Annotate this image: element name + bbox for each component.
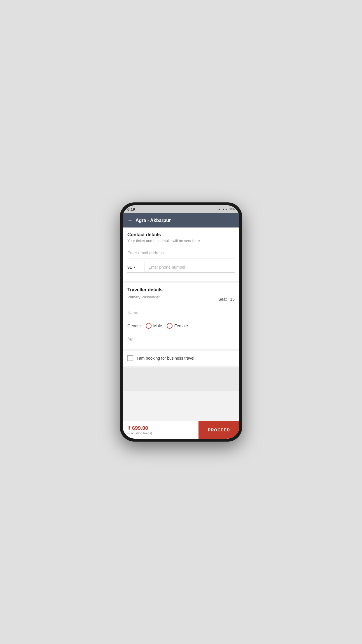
contact-details-title: Contact details xyxy=(127,232,235,237)
traveller-details-section: Traveller details Primary Passenger Seat… xyxy=(123,283,239,349)
proceed-button[interactable]: PROCEED xyxy=(198,421,239,439)
male-label: Male xyxy=(153,323,162,328)
nav-bar: ← Agra - Akbarpur xyxy=(123,213,239,228)
status-time: 6:19 xyxy=(127,207,135,211)
signal-icon: ▲▲ xyxy=(222,208,228,211)
back-button[interactable]: ← xyxy=(127,217,133,223)
bottom-bar: ₹ 699.00 (Excluding taxes) PROCEED xyxy=(123,421,239,439)
female-radio-option[interactable]: Female xyxy=(167,323,188,329)
phone-input[interactable] xyxy=(148,262,235,272)
status-bar: 6:19 ▲ ▲▲ 60% xyxy=(123,205,239,213)
contact-details-subtitle: Your ticket and bus details will be sent… xyxy=(127,239,235,243)
male-radio-option[interactable]: Male xyxy=(146,323,162,329)
age-input[interactable] xyxy=(127,333,235,344)
seat-label: Seat xyxy=(218,297,227,302)
gender-label: Gender xyxy=(127,323,141,328)
battery-label: 60% xyxy=(229,208,235,211)
dropdown-arrow-icon: ▼ xyxy=(133,266,136,269)
country-code-value: 91 xyxy=(127,265,132,270)
price-amount: ₹ 699.00 xyxy=(127,425,194,431)
status-icons: ▲ ▲▲ 60% xyxy=(218,208,235,211)
country-code-selector[interactable]: 91 ▼ xyxy=(127,262,145,272)
price-section: ₹ 699.00 (Excluding taxes) xyxy=(123,421,198,439)
contact-details-section: Contact details Your ticket and bus deta… xyxy=(123,228,239,281)
filler-area xyxy=(123,368,239,391)
passenger-label: Primary Passenger xyxy=(127,295,160,299)
nav-title: Agra - Akbarpur xyxy=(136,218,171,223)
male-radio-circle xyxy=(146,323,152,329)
traveller-details-title: Traveller details xyxy=(127,287,235,293)
phone-screen: 6:19 ▲ ▲▲ 60% ← Agra - Akbarpur Contact … xyxy=(123,205,239,439)
name-input[interactable] xyxy=(127,307,235,318)
price-tax: (Excluding taxes) xyxy=(127,431,194,435)
wifi-icon: ▲ xyxy=(218,208,221,211)
gender-row: Gender Male Female xyxy=(127,323,235,329)
scroll-content: Contact details Your ticket and bus deta… xyxy=(123,228,239,421)
business-travel-checkbox[interactable] xyxy=(127,355,133,361)
email-input[interactable] xyxy=(127,248,235,258)
seat-info: Seat 15 xyxy=(218,297,235,302)
business-travel-label: I am booking for business travel xyxy=(137,356,194,360)
female-radio-circle xyxy=(167,323,173,329)
business-travel-section: I am booking for business travel xyxy=(123,351,239,366)
female-label: Female xyxy=(174,323,188,328)
phone-row: 91 ▼ xyxy=(127,262,235,273)
seat-number: 15 xyxy=(230,297,235,302)
phone-frame: 6:19 ▲ ▲▲ 60% ← Agra - Akbarpur Contact … xyxy=(120,202,242,442)
